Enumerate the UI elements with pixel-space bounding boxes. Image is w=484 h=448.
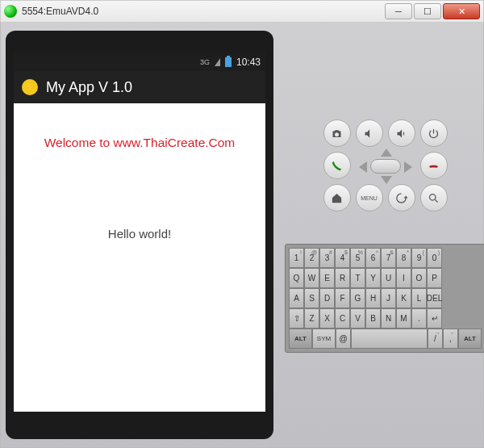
window-title: 5554:EmuAVD4.0 <box>22 6 383 17</box>
back-button[interactable] <box>388 184 415 211</box>
dpad-up[interactable] <box>381 149 392 157</box>
key-B[interactable]: B <box>365 308 381 329</box>
key-space[interactable] <box>351 329 428 349</box>
key-F[interactable]: F <box>335 288 350 308</box>
key-M[interactable]: M <box>396 308 411 329</box>
window-titlebar: 5554:EmuAVD4.0 ─ ☐ ✕ <box>0 0 484 23</box>
key-enter[interactable]: ↵ <box>427 308 442 329</box>
key-O[interactable]: O <box>411 268 427 288</box>
key-0[interactable]: 0) <box>427 248 442 268</box>
home-button[interactable] <box>323 184 351 211</box>
key-D[interactable]: D <box>319 288 335 308</box>
key-L[interactable]: L <box>411 288 427 308</box>
power-button[interactable] <box>420 119 448 147</box>
key-A[interactable]: A <box>289 288 304 308</box>
emulator-workspace: 3G 10:43 ⚡ My App V 1.0 Welcome to www.T… <box>0 23 484 448</box>
call-button[interactable] <box>323 152 351 179</box>
svg-point-0 <box>430 194 436 200</box>
key-slash[interactable]: /→ <box>428 329 443 349</box>
key-1[interactable]: 1! <box>289 248 304 268</box>
key-I[interactable]: I <box>396 268 411 288</box>
key-del[interactable]: DEL <box>427 288 442 308</box>
dpad-left[interactable] <box>359 161 367 173</box>
key-S[interactable]: S <box>304 288 319 308</box>
key-comma[interactable]: ,← <box>443 329 458 349</box>
key-P[interactable]: P <box>427 268 442 288</box>
app-title: My App V 1.0 <box>46 79 132 96</box>
dpad-center[interactable] <box>370 159 401 174</box>
android-status-bar: 3G 10:43 <box>14 53 265 71</box>
device-frame: 3G 10:43 ⚡ My App V 1.0 Welcome to www.T… <box>6 31 273 439</box>
key-U[interactable]: U <box>381 268 396 288</box>
dpad <box>356 152 415 179</box>
key-V[interactable]: V <box>350 308 365 329</box>
key-4[interactable]: 4$ <box>335 248 350 268</box>
key-5[interactable]: 5% <box>350 248 365 268</box>
key-Q[interactable]: Q <box>289 268 304 288</box>
minimize-button[interactable]: ─ <box>385 3 412 19</box>
clock-label: 10:43 <box>236 57 261 68</box>
close-button[interactable]: ✕ <box>443 3 480 19</box>
key-W[interactable]: W <box>304 268 319 288</box>
key-sym[interactable]: SYM <box>312 329 336 349</box>
key-6[interactable]: 6^ <box>365 248 381 268</box>
menu-button[interactable]: MENU <box>356 184 383 211</box>
dpad-right[interactable] <box>404 161 412 173</box>
emulator-app-icon <box>4 5 17 18</box>
key-shift[interactable]: ⇧ <box>289 308 304 329</box>
key-alt-right[interactable]: ALT <box>458 329 482 349</box>
hello-text: Hello world! <box>14 227 265 241</box>
key-G[interactable]: G <box>350 288 365 308</box>
key-H[interactable]: H <box>365 288 381 308</box>
key-R[interactable]: R <box>335 268 350 288</box>
key-period[interactable]: . <box>411 308 427 329</box>
device-screen: 3G 10:43 ⚡ My App V 1.0 Welcome to www.T… <box>14 53 265 412</box>
key-T[interactable]: T <box>350 268 365 288</box>
hardware-controls: MENU <box>323 119 448 211</box>
key-2[interactable]: 2@ <box>304 248 319 268</box>
hardware-keyboard: 1!2@3#4$5%6^7&8*9(0) QWERTYUIOP ASDFGHJK… <box>285 244 484 353</box>
app-icon: ⚡ <box>22 79 38 95</box>
app-bar: ⚡ My App V 1.0 <box>14 71 265 103</box>
phone-panel: 3G 10:43 ⚡ My App V 1.0 Welcome to www.T… <box>1 23 278 447</box>
key-9[interactable]: 9( <box>411 248 427 268</box>
side-panel: MENU 1!2@3#4$5%6^7&8*9(0) QWERTYUIOP ASD… <box>278 23 484 447</box>
key-C[interactable]: C <box>335 308 350 329</box>
dpad-down[interactable] <box>381 176 392 184</box>
signal-icon <box>215 58 220 66</box>
volume-up-button[interactable] <box>388 119 415 147</box>
network-label: 3G <box>200 58 210 66</box>
key-7[interactable]: 7& <box>381 248 396 268</box>
search-button[interactable] <box>420 184 448 211</box>
camera-button[interactable] <box>323 119 351 147</box>
key-alt-left[interactable]: ALT <box>289 329 312 349</box>
key-3[interactable]: 3# <box>319 248 335 268</box>
window-controls: ─ ☐ ✕ <box>383 3 480 19</box>
key-Z[interactable]: Z <box>304 308 319 329</box>
key-X[interactable]: X <box>319 308 335 329</box>
key-8[interactable]: 8* <box>396 248 411 268</box>
key-Y[interactable]: Y <box>365 268 381 288</box>
key-E[interactable]: E <box>319 268 335 288</box>
battery-icon <box>225 57 232 67</box>
key-N[interactable]: N <box>381 308 396 329</box>
key-K[interactable]: K <box>396 288 411 308</box>
end-call-button[interactable] <box>420 152 448 179</box>
volume-down-button[interactable] <box>356 119 383 147</box>
key-at[interactable]: @ <box>336 329 351 349</box>
welcome-text: Welcome to www.ThaiCreate.Com <box>14 136 265 150</box>
maximize-button[interactable]: ☐ <box>414 3 441 19</box>
app-content: Welcome to www.ThaiCreate.Com Hello worl… <box>14 103 265 412</box>
key-J[interactable]: J <box>381 288 396 308</box>
